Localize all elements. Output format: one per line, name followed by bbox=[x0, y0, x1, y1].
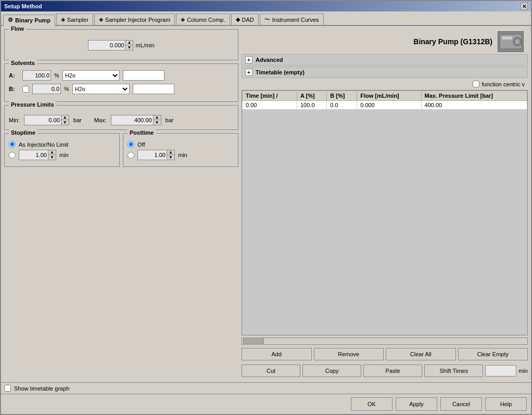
paste-button[interactable]: Paste bbox=[363, 365, 422, 377]
func-centric-label: function centric v bbox=[482, 81, 525, 87]
advanced-expand[interactable]: + bbox=[245, 56, 252, 63]
stoptime-increment[interactable]: ▲ bbox=[48, 150, 56, 155]
timetable-label: Timetable (empty) bbox=[256, 69, 305, 75]
tab-column-comp[interactable]: ◈ Column Comp. bbox=[176, 14, 230, 25]
stoptime-spinbox[interactable]: ▲ ▼ bbox=[19, 150, 56, 160]
stoptime-panel: Stoptime As Injector/No Limit ▲ ▼ bbox=[4, 133, 120, 167]
posttime-radio1[interactable] bbox=[128, 141, 134, 148]
scrollbar-thumb[interactable] bbox=[243, 339, 264, 344]
tab-bar: ⚙ Binary Pump ◈ Sampler ◈ Sampler Inject… bbox=[1, 11, 531, 26]
flow-decrement[interactable]: ▼ bbox=[125, 45, 133, 50]
flow-increment[interactable]: ▲ bbox=[125, 41, 133, 45]
pressure-min-spinbox[interactable]: ▲ ▼ bbox=[24, 115, 69, 125]
pressure-min-decrement[interactable]: ▼ bbox=[61, 120, 69, 125]
sampler-injector-icon: ◈ bbox=[99, 16, 103, 23]
pressure-min-unit: bar bbox=[73, 117, 82, 123]
cancel-button[interactable]: Cancel bbox=[440, 397, 482, 411]
remove-button[interactable]: Remove bbox=[314, 348, 384, 360]
pressure-group: Pressure Limits Min: ▲ ▼ bar Max: bbox=[4, 105, 238, 130]
solvent-a-row: A: % H2o bbox=[9, 70, 234, 81]
pressure-max-spinbox[interactable]: ▲ ▼ bbox=[111, 115, 161, 125]
table-cell-a: 100.0 bbox=[297, 101, 326, 110]
func-centric-checkbox[interactable] bbox=[473, 81, 479, 87]
clear-all-button[interactable]: Clear All bbox=[386, 348, 456, 360]
tab-column-comp-label: Column Comp. bbox=[187, 17, 225, 23]
posttime-unit: min bbox=[178, 152, 187, 158]
tab-sampler-injector[interactable]: ◈ Sampler Injector Program bbox=[94, 14, 175, 25]
time-panels: Stoptime As Injector/No Limit ▲ ▼ bbox=[4, 133, 238, 167]
stoptime-radio1[interactable] bbox=[9, 141, 16, 148]
tab-sampler-label: Sampler bbox=[67, 17, 88, 23]
flow-unit: mL/min bbox=[135, 42, 154, 48]
add-button[interactable]: Add bbox=[242, 348, 312, 360]
flow-input[interactable] bbox=[88, 41, 125, 50]
advanced-label: Advanced bbox=[256, 57, 283, 63]
posttime-spinbox[interactable]: ▲ ▼ bbox=[137, 150, 175, 160]
flow-spinbox-btns: ▲ ▼ bbox=[125, 41, 133, 50]
timetable-header[interactable]: + Timetable (empty) bbox=[242, 67, 528, 78]
advanced-header[interactable]: + Advanced bbox=[242, 54, 528, 66]
tab-sampler[interactable]: ◈ Sampler bbox=[56, 14, 93, 25]
posttime-radio2[interactable] bbox=[128, 152, 134, 159]
tab-instrument-curves[interactable]: 〜 Instrument Curves bbox=[260, 14, 324, 25]
solvent-b-checkbox[interactable] bbox=[22, 86, 29, 93]
svg-rect-1 bbox=[502, 36, 512, 40]
tab-instrument-curves-label: Instrument Curves bbox=[272, 17, 319, 23]
clear-empty-button[interactable]: Clear Empty bbox=[458, 348, 528, 360]
solvent-b-color bbox=[133, 84, 174, 94]
solvent-b-select[interactable]: H2o bbox=[72, 84, 130, 94]
func-centric-row: function centric v bbox=[242, 79, 528, 89]
apply-button[interactable]: Apply bbox=[396, 397, 437, 411]
table-cell-flow: 0.000 bbox=[357, 101, 421, 110]
tab-binary-pump-label: Binary Pump bbox=[15, 17, 50, 23]
posttime-input[interactable] bbox=[138, 150, 167, 160]
solvent-b-percent[interactable] bbox=[32, 84, 61, 94]
posttime-increment[interactable]: ▲ bbox=[167, 150, 174, 155]
ok-button[interactable]: OK bbox=[351, 397, 392, 411]
flow-group-title: Flow bbox=[9, 26, 26, 32]
pressure-max-label: Max: bbox=[94, 117, 107, 123]
flow-spinbox[interactable]: ▲ ▼ bbox=[88, 40, 133, 50]
stoptime-decrement[interactable]: ▼ bbox=[48, 155, 56, 160]
tab-dad[interactable]: ◆ DAD bbox=[231, 14, 259, 25]
column-comp-icon: ◈ bbox=[181, 16, 185, 23]
tab-sampler-injector-label: Sampler Injector Program bbox=[105, 17, 170, 23]
close-button[interactable]: ✕ bbox=[521, 3, 528, 10]
instrument-curves-icon: 〜 bbox=[264, 16, 270, 23]
pressure-min-btns: ▲ ▼ bbox=[61, 115, 69, 125]
posttime-radio2-row: ▲ ▼ min bbox=[128, 150, 234, 160]
table-row[interactable]: 0.00100.00.00.000400.00 bbox=[243, 101, 527, 110]
pressure-max-unit: bar bbox=[166, 117, 174, 123]
copy-button[interactable]: Copy bbox=[302, 365, 361, 377]
table-cell-time: 0.00 bbox=[243, 101, 297, 110]
pressure-max-decrement[interactable]: ▼ bbox=[154, 120, 161, 125]
binary-pump-icon: ⚙ bbox=[8, 17, 13, 23]
posttime-option1: Off bbox=[137, 141, 145, 148]
tab-binary-pump[interactable]: ⚙ Binary Pump bbox=[3, 15, 55, 26]
stoptime-input[interactable] bbox=[19, 150, 48, 160]
dialog-title: Setup Method bbox=[4, 3, 42, 9]
stoptime-radio2[interactable] bbox=[9, 152, 16, 159]
shift-times-button[interactable]: Shift Times bbox=[424, 365, 483, 377]
timetable-scrollbar[interactable] bbox=[242, 338, 528, 345]
show-timetable-checkbox[interactable] bbox=[4, 385, 11, 392]
stoptime-option1: As Injector/No Limit bbox=[19, 141, 68, 148]
pressure-max-increment[interactable]: ▲ bbox=[154, 115, 161, 120]
title-bar: Setup Method ✕ bbox=[1, 1, 531, 11]
solvent-a-select[interactable]: H2o bbox=[62, 70, 120, 81]
timetable-container[interactable]: Time [min] / A [%] B [%] Flow [mL/min] M… bbox=[242, 90, 528, 335]
left-panel: Flow ▲ ▼ mL/min Solvents bbox=[4, 29, 238, 379]
pressure-min-input[interactable] bbox=[24, 115, 61, 125]
shift-times-input[interactable] bbox=[485, 365, 516, 377]
pressure-max-input[interactable] bbox=[111, 115, 153, 125]
content-area: Flow ▲ ▼ mL/min Solvents bbox=[1, 26, 531, 382]
pressure-min-increment[interactable]: ▲ bbox=[61, 115, 69, 120]
solvent-a-percent[interactable] bbox=[22, 70, 51, 81]
shift-times-unit: min bbox=[518, 368, 528, 374]
help-button[interactable]: Help bbox=[485, 397, 527, 411]
timetable-expand[interactable]: + bbox=[245, 69, 252, 76]
cut-button[interactable]: Cut bbox=[242, 365, 300, 377]
stoptime-btns: ▲ ▼ bbox=[48, 150, 56, 160]
solvent-a-pct-symbol: % bbox=[54, 72, 59, 79]
posttime-decrement[interactable]: ▼ bbox=[167, 155, 174, 160]
